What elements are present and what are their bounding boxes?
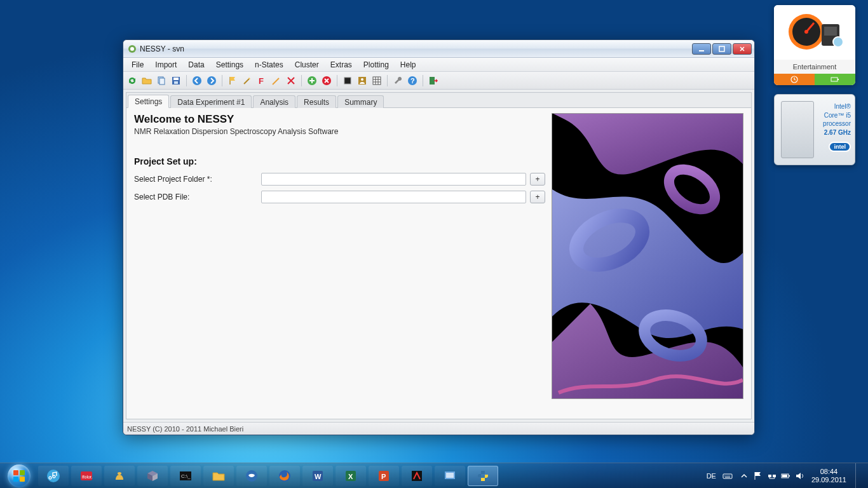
taskbar-pin-firefox[interactable] [269, 466, 300, 486]
statusbar-text: NESSY (C) 2010 - 2011 Michael Bieri [127, 425, 243, 433]
taskbar-pin-ifolor[interactable]: ifolor. [71, 466, 102, 486]
gadget-she-footer [774, 74, 855, 85]
tray-flag-icon[interactable] [753, 471, 763, 481]
taskbar-pin-itunes[interactable] [38, 466, 69, 486]
label-pdb-file: Select PDB File: [134, 193, 261, 201]
svg-rect-8 [174, 81, 178, 84]
menu-item-plotting[interactable]: Plotting [358, 59, 395, 71]
svg-rect-5 [159, 78, 165, 85]
menu-item-file[interactable]: File [126, 59, 149, 71]
taskbar-pin-excel[interactable]: X [336, 466, 366, 486]
user-icon[interactable] [356, 74, 369, 87]
gadget-cpu[interactable]: Intel® Core™ i5 processor 2.67 GHz intel [774, 94, 855, 165]
wrench-icon[interactable] [391, 74, 404, 87]
remove-red-icon[interactable] [320, 74, 333, 87]
menu-item-help[interactable]: Help [395, 59, 422, 71]
svg-text:F: F [259, 76, 264, 86]
show-desktop-button[interactable] [855, 463, 862, 489]
app-window: NESSY - svn File Import Data Settings n-… [123, 39, 755, 435]
system-tray: DE 08:44 29.09.2011 [707, 463, 864, 489]
close-button[interactable] [733, 43, 752, 55]
delete-x-icon[interactable] [285, 74, 297, 87]
tray-date: 29.09.2011 [811, 476, 846, 484]
minimize-button[interactable] [692, 43, 711, 55]
menu-item-import[interactable]: Import [149, 59, 182, 71]
cpu-line-3: processor [818, 119, 851, 128]
svg-rect-36 [13, 477, 18, 482]
wizard-icon[interactable] [241, 74, 254, 87]
menu-item-extras[interactable]: Extras [325, 59, 358, 71]
svg-rect-57 [773, 475, 776, 477]
svg-text:P: P [381, 473, 386, 480]
flag-icon[interactable] [226, 74, 239, 87]
svg-rect-32 [831, 78, 837, 81]
tray-language[interactable]: DE [707, 472, 716, 480]
gadget-she-art [774, 5, 855, 60]
menu-item-nstates[interactable]: n-States [249, 59, 289, 71]
input-pdb-file[interactable] [261, 191, 526, 203]
taskbar-pin-explorer[interactable] [203, 466, 234, 486]
folder-icon[interactable] [140, 74, 153, 87]
tray-chevron-up-icon[interactable] [739, 471, 749, 481]
taskbar-pin-powerpoint[interactable]: P [369, 466, 399, 486]
browse-pdb-file-button[interactable]: + [530, 191, 545, 203]
grid-icon[interactable] [370, 74, 383, 87]
taskbar-pin-generic[interactable] [435, 466, 465, 486]
tray-network-icon[interactable] [767, 471, 777, 481]
svg-rect-60 [782, 475, 787, 477]
exit-icon[interactable] [427, 74, 440, 87]
tab-summary[interactable]: Summary [337, 95, 384, 108]
save-icon[interactable] [170, 74, 182, 87]
copy-icon[interactable] [155, 74, 168, 87]
gadget-super-hybrid-engine[interactable]: Entertainment [774, 5, 855, 85]
tab-data-exp-1[interactable]: Data Experiment #1 [170, 95, 252, 108]
svg-point-9 [193, 76, 201, 85]
menu-item-cluster[interactable]: Cluster [289, 59, 325, 71]
tray-clock[interactable]: 08:44 29.09.2011 [811, 468, 846, 484]
refresh-icon[interactable] [126, 74, 139, 87]
intel-badge: intel [818, 142, 851, 152]
taskbar-pin-virtualbox[interactable] [137, 466, 168, 486]
tabstrip: Settings Data Experiment #1 Analysis Res… [126, 93, 751, 108]
clock-icon[interactable] [774, 74, 815, 85]
tab-settings[interactable]: Settings [128, 95, 169, 108]
menu-item-settings[interactable]: Settings [210, 59, 249, 71]
edit-icon[interactable] [270, 74, 283, 87]
svg-text:ifolor.: ifolor. [82, 475, 93, 479]
svg-rect-34 [13, 470, 18, 475]
svg-rect-35 [20, 470, 25, 475]
taskbar-pin-thunderbird[interactable] [236, 466, 267, 486]
taskbar-pins: ifolor. C:\_ W X P [38, 466, 498, 486]
svg-rect-33 [837, 79, 839, 80]
add-green-icon[interactable] [306, 74, 318, 87]
maximize-button[interactable] [712, 43, 731, 55]
back-icon[interactable] [191, 74, 203, 87]
help-icon[interactable]: ? [406, 74, 419, 87]
taskbar-pin-acrobat[interactable] [402, 466, 432, 486]
statusbar: NESSY (C) 2010 - 2011 Michael Bieri [123, 422, 754, 435]
tray-volume-icon[interactable] [795, 471, 805, 481]
tab-results[interactable]: Results [297, 95, 336, 108]
battery-icon[interactable] [815, 74, 855, 85]
forward-icon[interactable] [205, 74, 218, 87]
stop-icon[interactable] [341, 74, 354, 87]
menu-item-data[interactable]: Data [182, 59, 210, 71]
svg-rect-37 [20, 477, 25, 482]
label-project-folder: Select Project Folder *: [134, 175, 261, 184]
section-title: Project Set up: [134, 156, 545, 166]
f-letter-icon[interactable]: F [255, 74, 268, 87]
toolbar-separator [423, 75, 423, 86]
taskbar-pin-word[interactable]: W [302, 466, 333, 486]
titlebar[interactable]: NESSY - svn [123, 40, 754, 58]
svg-text:X: X [348, 473, 353, 480]
input-project-folder[interactable] [261, 173, 526, 186]
tab-analysis[interactable]: Analysis [253, 95, 295, 108]
browse-project-folder-button[interactable]: + [530, 173, 545, 186]
window-title: NESSY - svn [140, 44, 691, 53]
taskbar-pin-genie[interactable] [104, 466, 135, 486]
taskbar-pin-python[interactable] [468, 466, 498, 486]
start-button[interactable] [4, 463, 34, 489]
taskbar-pin-cmd[interactable]: C:\_ [170, 466, 201, 486]
tray-battery-icon[interactable] [781, 471, 791, 481]
keyboard-icon[interactable] [722, 471, 733, 481]
